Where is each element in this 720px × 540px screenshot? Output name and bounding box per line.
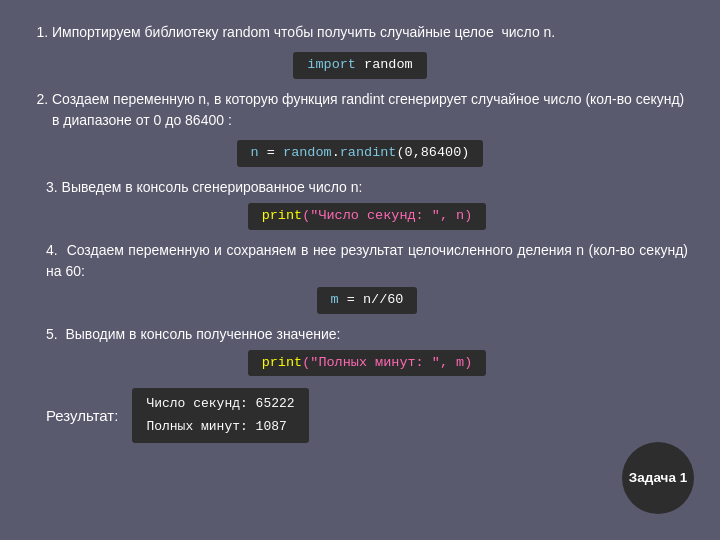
result-row: Результат: Число секунд: 65222 Полных ми… xyxy=(32,388,688,442)
result-box: Число секунд: 65222 Полных минут: 1087 xyxy=(132,388,308,442)
step-4-number: 4. Создаем переменную и сохраняем в нее … xyxy=(46,240,688,283)
step-5: 5. Выводим в консоль полученное значение… xyxy=(32,324,688,377)
step-2: Создаем переменную n, в которую функция … xyxy=(32,89,688,167)
step-1-text: Импортируем библиотеку random чтобы полу… xyxy=(52,22,688,44)
result-label: Результат: xyxy=(46,404,118,427)
main-content: Импортируем библиотеку random чтобы полу… xyxy=(0,0,720,463)
step-2-code: n = random.randint(0,86400) xyxy=(32,140,688,167)
step-5-code: print("Полных минут: ", m) xyxy=(46,350,688,377)
result-line-2: Полных минут: 1087 xyxy=(146,416,294,438)
step-1: Импортируем библиотеку random чтобы полу… xyxy=(32,22,688,79)
task-badge: Задача 1 xyxy=(622,442,694,514)
step-3: 3. Выведем в консоль сгенерированное чис… xyxy=(32,177,688,230)
step-1-code: import random xyxy=(32,52,688,79)
step-5-number: 5. Выводим в консоль полученное значение… xyxy=(46,326,340,342)
step-4: 4. Создаем переменную и сохраняем в нее … xyxy=(32,240,688,314)
step-3-code: print("Число секунд: ", n) xyxy=(46,203,688,230)
result-line-1: Число секунд: 65222 xyxy=(146,393,294,415)
step-2-text: Создаем переменную n, в которую функция … xyxy=(52,89,688,132)
step-3-number: 3. Выведем в консоль сгенерированное чис… xyxy=(46,179,362,195)
step-4-code: m = n//60 xyxy=(46,287,688,314)
